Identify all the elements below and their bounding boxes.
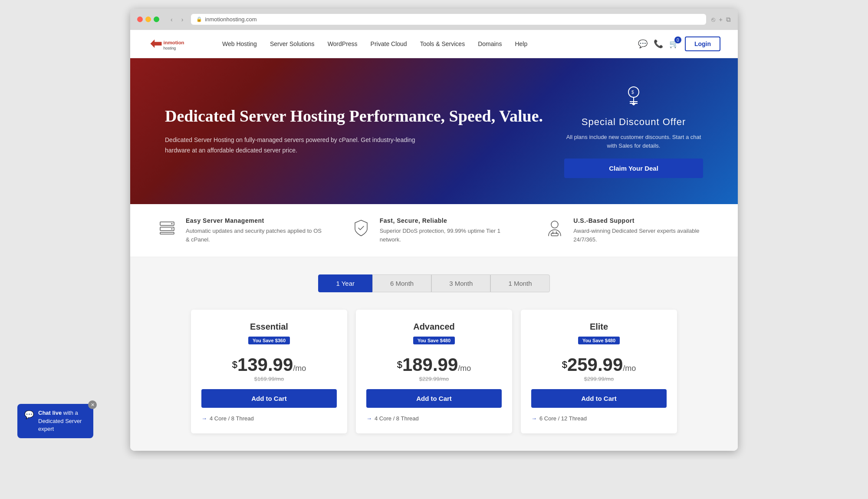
website-content: inmotion hosting Web Hosting Server Solu…: [130, 30, 738, 451]
savings-badge-advanced: You Save $480: [413, 337, 455, 344]
server-management-icon: [156, 217, 178, 239]
tabs-icon[interactable]: ⧉: [726, 16, 731, 23]
new-tab-icon[interactable]: +: [719, 16, 723, 23]
pricing-cards: Essential You Save $360 $139.99/mo $169.…: [156, 310, 712, 433]
back-button[interactable]: ‹: [168, 15, 175, 24]
nav-server-solutions[interactable]: Server Solutions: [265, 37, 320, 51]
billing-tab-6month[interactable]: 6 Month: [372, 274, 431, 292]
svg-text:$: $: [631, 90, 634, 95]
card-header-advanced: Advanced You Save $480 $189.99/mo $229.9…: [366, 322, 502, 382]
spec-arrow-icon-adv: →: [366, 415, 372, 422]
svg-point-14: [171, 228, 173, 230]
feature-fast-secure-title: Fast, Secure, Reliable: [380, 217, 518, 224]
browser-nav-controls: ‹ ›: [168, 15, 186, 24]
svg-point-15: [551, 221, 558, 228]
svg-rect-16: [551, 233, 558, 236]
svg-rect-12: [160, 232, 174, 234]
feature-fast-secure: Fast, Secure, Reliable Superior DDoS pro…: [350, 217, 518, 244]
plan-name-essential: Essential: [201, 322, 337, 332]
add-cart-button-essential[interactable]: Add to Cart: [201, 389, 337, 408]
nav-help[interactable]: Help: [510, 37, 533, 51]
add-cart-button-elite[interactable]: Add to Cart: [531, 389, 667, 408]
spec-elite: → 6 Core / 12 Thread: [531, 414, 667, 423]
spec-essential: → 4 Core / 8 Thread: [201, 414, 337, 423]
plan-name-elite: Elite: [531, 322, 667, 332]
feature-support-desc: Award-winning Dedicated Server experts a…: [573, 227, 712, 244]
spec-arrow-icon: →: [201, 415, 207, 422]
nav-domains[interactable]: Domains: [473, 37, 507, 51]
feature-fast-secure-desc: Superior DDoS protection, 99.99% uptime …: [380, 227, 518, 244]
add-cart-button-advanced[interactable]: Add to Cart: [366, 389, 502, 408]
price-main-essential: 139.99: [237, 354, 293, 375]
hero-content-left: Dedicated Server Hosting Performance, Sp…: [165, 106, 564, 155]
close-window-button[interactable]: [137, 17, 143, 22]
chat-widget[interactable]: ✕ 💬 Chat live with a Dedicated Server ex…: [17, 404, 93, 438]
maximize-window-button[interactable]: [154, 17, 159, 22]
savings-badge-elite: You Save $480: [578, 337, 620, 344]
price-dollar-essential: $: [232, 359, 237, 370]
pricing-card-elite: Elite You Save $480 $259.99/mo $299.99/m…: [521, 310, 677, 433]
discount-description: All plans include new customer discounts…: [564, 133, 703, 150]
svg-marker-0: [151, 40, 162, 48]
site-logo[interactable]: inmotion hosting: [148, 35, 204, 53]
spec-arrow-icon-elite: →: [531, 415, 537, 422]
plan-name-advanced: Advanced: [366, 322, 502, 332]
svg-point-13: [171, 223, 173, 225]
minimize-window-button[interactable]: [145, 17, 151, 22]
price-mo-essential: /mo: [293, 364, 306, 373]
chat-widget-text: Chat live with a Dedicated Server expert: [38, 409, 86, 433]
price-dollar-elite: $: [562, 359, 567, 370]
hero-title: Dedicated Server Hosting Performance, Sp…: [165, 106, 564, 126]
hero-offer-panel: $ Special Discount Offer All plans inclu…: [564, 84, 703, 178]
browser-action-buttons: ⎋ + ⧉: [711, 16, 731, 23]
pricing-section: 1 Year 6 Month 3 Month 1 Month Essential…: [130, 257, 738, 451]
price-original-essential: $169.99/mo: [201, 376, 337, 382]
phone-icon[interactable]: 📞: [654, 39, 663, 49]
login-button[interactable]: Login: [685, 36, 720, 51]
price-mo-elite: /mo: [623, 364, 636, 373]
feature-server-management-text: Easy Server Management Automatic updates…: [186, 217, 324, 244]
url-text: inmotionhosting.com: [205, 16, 256, 23]
svg-text:hosting: hosting: [164, 46, 176, 50]
price-main-elite: 259.99: [567, 354, 623, 375]
billing-tab-3month[interactable]: 3 Month: [431, 274, 490, 292]
nav-links: Web Hosting Server Solutions WordPress P…: [217, 37, 638, 51]
claim-deal-button[interactable]: Claim Your Deal: [564, 159, 703, 178]
navbar: inmotion hosting Web Hosting Server Solu…: [130, 30, 738, 58]
feature-server-management: Easy Server Management Automatic updates…: [156, 217, 324, 244]
chat-close-button[interactable]: ✕: [88, 400, 97, 409]
pricing-card-essential: Essential You Save $360 $139.99/mo $169.…: [191, 310, 347, 433]
share-icon[interactable]: ⎋: [711, 16, 715, 23]
price-main-advanced: 189.99: [402, 354, 458, 375]
svg-text:inmotion: inmotion: [164, 40, 184, 45]
feature-support-text: U.S.-Based Support Award-winning Dedicat…: [573, 217, 712, 244]
price-original-advanced: $229.99/mo: [366, 376, 502, 382]
traffic-lights: [137, 17, 159, 22]
price-mo-advanced: /mo: [458, 364, 471, 373]
hero-description: Dedicated Server Hosting on fully-manage…: [165, 135, 417, 156]
nav-actions: 💬 📞 🛒 0 Login: [638, 36, 720, 51]
billing-tab-1year[interactable]: 1 Year: [318, 274, 372, 292]
billing-tabs: 1 Year 6 Month 3 Month 1 Month: [156, 274, 712, 292]
card-header-essential: Essential You Save $360 $139.99/mo $169.…: [201, 322, 337, 382]
feature-server-management-title: Easy Server Management: [186, 217, 324, 224]
feature-server-management-desc: Automatic updates and security patches a…: [186, 227, 324, 244]
chat-text-bold: Chat live: [38, 410, 62, 416]
chat-icon[interactable]: 💬: [638, 39, 648, 49]
support-icon: [544, 217, 566, 239]
price-original-elite: $299.99/mo: [531, 376, 667, 382]
nav-web-hosting[interactable]: Web Hosting: [217, 37, 262, 51]
nav-private-cloud[interactable]: Private Cloud: [365, 37, 412, 51]
card-header-elite: Elite You Save $480 $259.99/mo $299.99/m…: [531, 322, 667, 382]
hero-section: Dedicated Server Hosting Performance, Sp…: [130, 58, 738, 204]
address-bar[interactable]: 🔒 inmotionhosting.com: [191, 14, 706, 25]
discount-title: Special Discount Offer: [564, 116, 703, 128]
nav-wordpress[interactable]: WordPress: [322, 37, 363, 51]
forward-button[interactable]: ›: [179, 15, 186, 24]
billing-tab-1month[interactable]: 1 Month: [490, 274, 549, 292]
cart-icon[interactable]: 🛒 0: [669, 39, 679, 49]
features-bar: Easy Server Management Automatic updates…: [130, 204, 738, 257]
feature-support-title: U.S.-Based Support: [573, 217, 712, 224]
browser-window: ‹ › 🔒 inmotionhosting.com ⎋ + ⧉ inmotion…: [130, 9, 738, 451]
nav-tools-services[interactable]: Tools & Services: [415, 37, 470, 51]
